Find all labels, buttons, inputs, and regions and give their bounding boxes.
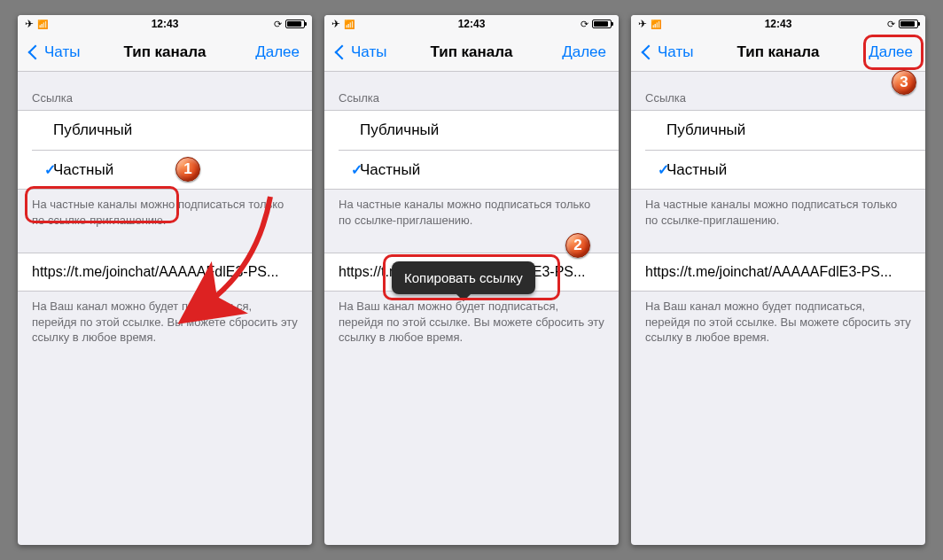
channel-type-list: Публичный ✓ Частный <box>18 110 312 190</box>
check-icon: ✓ <box>658 161 669 178</box>
step-badge-1: 1 <box>175 157 200 182</box>
battery-icon <box>592 19 612 28</box>
phone-screen-2: 12:43 Чаты Тип канала Далее Ссылка Публи… <box>324 15 619 545</box>
invite-link-field[interactable]: https://t.me/joinchat/AAAAAFdlE3-PS... <box>631 253 925 292</box>
back-button[interactable]: Чаты <box>331 40 392 65</box>
section-header-link: Ссылка <box>324 72 619 110</box>
copy-link-tooltip[interactable]: Копировать ссылку <box>392 261 535 294</box>
battery-icon <box>899 19 918 28</box>
private-hint: На частные каналы можно подписаться толь… <box>18 190 312 228</box>
nav-bar: Чаты Тип канала Далее <box>324 33 619 72</box>
content-area: Ссылка Публичный ✓ Частный На частные ка… <box>631 72 925 545</box>
content-area: Ссылка Публичный ✓ Частный На частные ка… <box>18 72 312 545</box>
option-public[interactable]: Публичный <box>631 111 925 150</box>
option-private-label: Частный <box>666 161 727 179</box>
back-label: Чаты <box>658 43 693 61</box>
next-label: Далее <box>562 43 606 61</box>
status-time: 12:43 <box>324 18 619 30</box>
status-time: 12:43 <box>631 18 925 30</box>
link-hint: На Ваш канал можно будет подписаться, пе… <box>18 292 312 346</box>
battery-icon <box>285 19 305 28</box>
next-button[interactable]: Далее <box>250 40 305 65</box>
status-bar: 12:43 <box>324 15 619 33</box>
step-badge-2: 2 <box>565 233 590 258</box>
status-bar: 12:43 <box>18 15 312 33</box>
phone-screen-3: 12:43 Чаты Тип канала Далее Ссылка Публи… <box>631 15 925 545</box>
status-time: 12:43 <box>18 18 312 30</box>
option-public-label: Публичный <box>360 121 439 139</box>
option-private-label: Частный <box>53 161 113 179</box>
chevron-left-icon <box>28 44 43 59</box>
channel-type-list: Публичный ✓ Частный <box>631 110 925 190</box>
back-label: Чаты <box>351 43 386 61</box>
back-button[interactable]: Чаты <box>638 40 698 65</box>
nav-bar: Чаты Тип канала Далее <box>631 33 925 72</box>
next-label: Далее <box>869 43 913 61</box>
invite-link-field[interactable]: https://t.me/joinchat/AAAAAFdlE3-PS... <box>18 253 312 292</box>
section-header-link: Ссылка <box>18 72 312 110</box>
back-label: Чаты <box>44 43 80 61</box>
option-public-label: Публичный <box>666 121 745 139</box>
next-label: Далее <box>255 43 300 61</box>
link-hint: На Ваш канал можно будет подписаться, пе… <box>631 292 925 346</box>
check-icon: ✓ <box>351 161 362 178</box>
next-button[interactable]: Далее <box>557 40 612 65</box>
chevron-left-icon <box>642 44 657 59</box>
next-button[interactable]: Далее <box>863 40 918 65</box>
back-button[interactable]: Чаты <box>25 40 85 65</box>
step-badge-3: 3 <box>892 70 916 95</box>
check-icon: ✓ <box>44 161 56 178</box>
chevron-left-icon <box>335 44 350 59</box>
option-private[interactable]: ✓ Частный <box>645 150 925 189</box>
phone-screen-1: 12:43 Чаты Тип канала Далее Ссылка Публи… <box>18 15 312 545</box>
private-hint: На частные каналы можно подписаться толь… <box>324 190 619 228</box>
section-header-link: Ссылка <box>631 72 925 110</box>
option-public-label: Публичный <box>53 121 132 139</box>
nav-bar: Чаты Тип канала Далее <box>18 33 312 72</box>
option-private-label: Частный <box>360 161 420 179</box>
channel-type-list: Публичный ✓ Частный <box>324 110 619 190</box>
option-public[interactable]: Публичный <box>18 111 312 150</box>
link-hint: На Ваш канал можно будет подписаться, пе… <box>324 292 619 346</box>
option-public[interactable]: Публичный <box>324 111 619 150</box>
private-hint: На частные каналы можно подписаться толь… <box>631 190 925 228</box>
option-private[interactable]: ✓ Частный <box>339 150 619 189</box>
content-area: Ссылка Публичный ✓ Частный На частные ка… <box>324 72 619 545</box>
option-private[interactable]: ✓ Частный <box>32 150 312 189</box>
status-bar: 12:43 <box>631 15 925 33</box>
